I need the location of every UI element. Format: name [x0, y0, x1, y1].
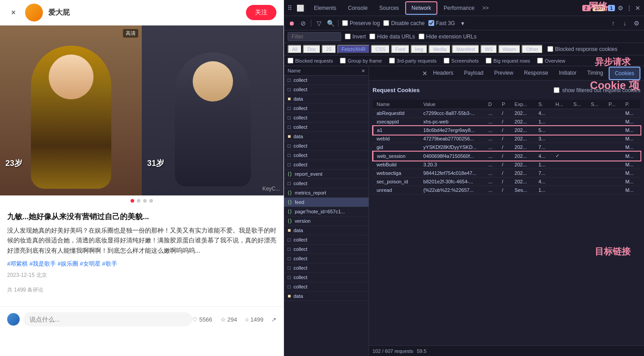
list-item[interactable]: □collect [284, 235, 369, 245]
list-item[interactable]: □collect [284, 113, 369, 123]
overview-label[interactable]: Overview [537, 58, 565, 64]
list-item[interactable]: ⟨⟩metrics_report [284, 188, 369, 198]
share-button[interactable]: ↗ [271, 316, 276, 323]
tab-sources[interactable]: Sources [374, 2, 404, 14]
list-item[interactable]: ■data [284, 226, 369, 235]
list-item[interactable]: □collect [284, 254, 369, 263]
filter-all[interactable]: All [288, 45, 302, 54]
list-item[interactable]: □collect [284, 104, 369, 113]
tab-response[interactable]: Response [519, 67, 554, 80]
fast3g-checkbox[interactable] [428, 20, 434, 26]
close-devtools-icon[interactable]: ✕ [635, 4, 640, 12]
comment-button[interactable]: ○ 1499 [245, 316, 263, 323]
blocked-response-cookies-checkbox[interactable] [547, 46, 553, 52]
preserve-log-label[interactable]: Preserve log [342, 20, 380, 26]
filter-manifest[interactable]: Manifest [452, 45, 479, 54]
hide-ext-urls-checkbox[interactable] [419, 34, 424, 39]
list-item[interactable]: ⟨⟩version [284, 216, 369, 226]
blocked-requests-checkbox[interactable] [288, 58, 293, 64]
list-item[interactable]: □collect [284, 263, 369, 273]
stop-icon[interactable]: ⊘ [299, 19, 307, 27]
tab-initiator[interactable]: Initiator [554, 67, 582, 80]
hide-data-urls-checkbox[interactable] [369, 34, 375, 39]
table-row[interactable]: gid yYSKDf28KfDyyYSKD... .../ 202...7...… [373, 143, 640, 152]
more-tabs-icon[interactable]: >> [483, 5, 489, 11]
blocked-response-cookies-label[interactable]: Blocked response cookies [547, 46, 617, 52]
show-filtered-checkbox[interactable] [554, 87, 559, 93]
tab-network[interactable]: Network [405, 1, 437, 15]
fast3g-label[interactable]: Fast 3G [428, 20, 455, 26]
list-item[interactable]: □collect [284, 245, 369, 254]
table-row[interactable]: unread {%22ub%22:%22657... .../ Ses...1.… [373, 186, 640, 195]
tab-headers[interactable]: Headers [428, 67, 458, 80]
list-item[interactable]: □collect [284, 85, 369, 94]
blocked-requests-label[interactable]: Blocked requests [288, 58, 333, 64]
list-item[interactable]: ■data [284, 132, 369, 141]
tab-console[interactable]: Console [343, 2, 373, 14]
list-item[interactable]: □collect [284, 123, 369, 132]
table-row[interactable]: abRequestId c7299ccc-8a87-55b3-... .../ … [373, 109, 640, 118]
list-item[interactable]: ■data [284, 94, 369, 104]
network-condition-icon[interactable]: ▾ [458, 19, 466, 27]
big-rows-checkbox[interactable] [486, 58, 491, 64]
filter-css[interactable]: CSS [371, 45, 390, 54]
post-tags[interactable]: #邓紫棋 #我是歌手 #娱乐圈 #女明星 #歌手 [7, 260, 276, 268]
tab-performance[interactable]: Performance [438, 2, 480, 14]
table-row[interactable]: xsecappid xhs-pc-web .../ 202...1... M..… [373, 118, 640, 126]
filter-img[interactable]: Img [411, 45, 428, 54]
settings-icon[interactable]: ⚙ [618, 4, 623, 12]
list-item[interactable]: □collect [284, 282, 369, 292]
list-item[interactable]: □collect [284, 141, 369, 151]
record-icon[interactable]: ⏺ [288, 19, 296, 27]
list-item[interactable]: □collect [284, 179, 369, 188]
close-button[interactable]: × [7, 6, 20, 19]
list-item[interactable]: ■data [284, 292, 369, 301]
list-item-feed[interactable]: ⟨⟩feed [284, 198, 369, 207]
filter-media[interactable]: Media [428, 45, 451, 54]
close-panel-icon[interactable]: ✕ [361, 68, 365, 73]
filter-doc[interactable]: Doc [303, 45, 321, 54]
screenshots-label[interactable]: Screenshots [444, 58, 479, 64]
filter-input[interactable] [288, 32, 341, 41]
table-row[interactable]: websectiga 984412fef754c018e47... .../ 2… [373, 169, 640, 178]
more-options-icon[interactable]: ⋮ [626, 4, 632, 12]
list-item[interactable]: ⟨⟩page?note_id=657c1... [284, 207, 369, 216]
follow-button[interactable]: 关注 [246, 5, 276, 20]
table-row[interactable]: webId 47279beab27700256... .../ 202...3.… [373, 135, 640, 143]
filter-icon[interactable]: ▽ [315, 19, 323, 27]
list-item[interactable]: □collect [284, 151, 369, 160]
filter-wasm[interactable]: Wasm [498, 45, 521, 54]
list-item[interactable]: □collect [284, 76, 369, 85]
filter-other[interactable]: Other [521, 45, 543, 54]
disable-cache-label[interactable]: Disable cache [383, 20, 424, 26]
hide-data-urls-label[interactable]: Hide data URLs [369, 34, 415, 40]
search-icon[interactable]: 🔍 [326, 19, 335, 27]
tab-timing[interactable]: Timing [582, 67, 609, 80]
star-button[interactable]: ☆ 294 [220, 316, 237, 323]
tab-cookies[interactable]: Cookies [609, 67, 640, 80]
table-row-highlighted[interactable]: a1 18c6bd4e27ergr6wy8... .../ 202...5...… [373, 126, 640, 135]
table-row[interactable]: webBuild 3.20.3 .../ 202...1... M... [373, 161, 640, 169]
list-item[interactable]: □collect [284, 273, 369, 282]
list-item[interactable]: ⟨⟩report_event [284, 170, 369, 179]
tab-elements[interactable]: Elements [309, 2, 342, 14]
disable-cache-checkbox[interactable] [383, 20, 389, 26]
tab-payload[interactable]: Payload [459, 67, 489, 80]
invert-label[interactable]: Invert [345, 34, 366, 40]
group-by-frame-label[interactable]: Group by frame [340, 58, 381, 64]
like-button[interactable]: ♡ 5566 [192, 316, 212, 323]
export-icon[interactable]: ↓ [621, 19, 629, 27]
table-row[interactable]: sec_poison_id b8201e2f-30fc-4654-... ...… [373, 178, 640, 186]
close-detail-icon[interactable]: ✕ [422, 70, 428, 77]
import-icon[interactable]: ↑ [609, 19, 617, 27]
filter-font[interactable]: Font [391, 45, 410, 54]
filter-ws[interactable]: WS [480, 45, 497, 54]
third-party-label[interactable]: 3rd-party requests [389, 58, 436, 64]
table-row-highlighted-2[interactable]: web_session 0400698f4a7150560f... .../ 2… [373, 152, 640, 161]
group-by-frame-checkbox[interactable] [340, 58, 346, 64]
overview-checkbox[interactable] [537, 58, 543, 64]
filter-js[interactable]: JS [322, 45, 336, 54]
hide-ext-urls-label[interactable]: Hide extension URLs [419, 34, 477, 40]
list-item[interactable]: □collect [284, 160, 369, 170]
third-party-checkbox[interactable] [389, 58, 395, 64]
